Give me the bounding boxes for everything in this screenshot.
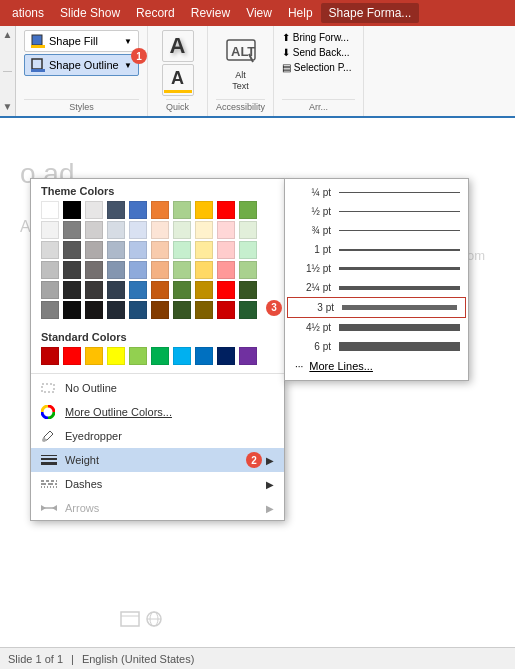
menu-item-view[interactable]: View <box>238 3 280 23</box>
dashes-item[interactable]: Dashes ▶ <box>31 472 284 496</box>
theme-color-swatch-49[interactable] <box>239 281 257 299</box>
more-lines-item[interactable]: ··· More Lines... <box>285 356 468 376</box>
theme-color-swatch-30[interactable] <box>41 261 59 279</box>
theme-color-swatch-55[interactable] <box>151 301 169 319</box>
theme-color-swatch-54[interactable] <box>129 301 147 319</box>
standard-color-swatch-0[interactable] <box>41 347 59 365</box>
theme-color-swatch-10[interactable] <box>41 221 59 239</box>
theme-color-swatch-8[interactable] <box>217 201 235 219</box>
theme-color-swatch-5[interactable] <box>151 201 169 219</box>
theme-color-swatch-15[interactable] <box>151 221 169 239</box>
theme-color-swatch-0[interactable] <box>41 201 59 219</box>
scroll-down-icon[interactable]: ▼ <box>3 100 13 114</box>
theme-color-swatch-35[interactable] <box>151 261 169 279</box>
theme-color-swatch-24[interactable] <box>129 241 147 259</box>
theme-color-swatch-3[interactable] <box>107 201 125 219</box>
theme-color-swatch-48[interactable] <box>217 281 235 299</box>
more-colors-item[interactable]: More Outline Colors... <box>31 400 284 424</box>
theme-color-swatch-11[interactable] <box>63 221 81 239</box>
standard-color-swatch-2[interactable] <box>85 347 103 365</box>
theme-color-swatch-16[interactable] <box>173 221 191 239</box>
theme-color-swatch-4[interactable] <box>129 201 147 219</box>
theme-color-swatch-43[interactable] <box>107 281 125 299</box>
eyedropper-item[interactable]: Eyedropper <box>31 424 284 448</box>
weight-option-3[interactable]: 1 pt <box>285 240 468 259</box>
theme-color-swatch-34[interactable] <box>129 261 147 279</box>
weight-option-5[interactable]: 2¼ pt <box>285 278 468 297</box>
menu-item-home[interactable]: ations <box>4 3 52 23</box>
theme-color-swatch-2[interactable] <box>85 201 103 219</box>
text-style-A2[interactable]: A <box>162 64 194 96</box>
theme-color-swatch-18[interactable] <box>217 221 235 239</box>
standard-color-swatch-9[interactable] <box>239 347 257 365</box>
theme-color-swatch-39[interactable] <box>239 261 257 279</box>
weight-option-1[interactable]: ½ pt <box>285 202 468 221</box>
theme-color-swatch-12[interactable] <box>85 221 103 239</box>
theme-color-swatch-19[interactable] <box>239 221 257 239</box>
theme-color-swatch-21[interactable] <box>63 241 81 259</box>
weight-item[interactable]: Weight 2 ▶ <box>31 448 284 472</box>
selection-pane-button[interactable]: ▤ Selection P... <box>282 60 355 75</box>
theme-color-swatch-47[interactable] <box>195 281 213 299</box>
theme-color-swatch-41[interactable] <box>63 281 81 299</box>
theme-color-swatch-9[interactable] <box>239 201 257 219</box>
theme-color-swatch-57[interactable] <box>195 301 213 319</box>
arrows-item[interactable]: Arrows ▶ <box>31 496 284 520</box>
theme-color-swatch-22[interactable] <box>85 241 103 259</box>
shape-outline-dropdown-icon[interactable]: ▼ <box>124 61 132 70</box>
theme-color-swatch-51[interactable] <box>63 301 81 319</box>
theme-color-swatch-29[interactable] <box>239 241 257 259</box>
theme-color-swatch-17[interactable] <box>195 221 213 239</box>
theme-color-swatch-50[interactable] <box>41 301 59 319</box>
send-back-button[interactable]: ⬇ Send Back... <box>282 45 355 60</box>
theme-color-swatch-26[interactable] <box>173 241 191 259</box>
weight-option-2[interactable]: ¾ pt <box>285 221 468 240</box>
menu-item-review[interactable]: Review <box>183 3 238 23</box>
weight-option-0[interactable]: ¼ pt <box>285 183 468 202</box>
theme-color-swatch-25[interactable] <box>151 241 169 259</box>
theme-color-swatch-27[interactable] <box>195 241 213 259</box>
theme-color-swatch-46[interactable] <box>173 281 191 299</box>
standard-color-swatch-5[interactable] <box>151 347 169 365</box>
theme-color-swatch-40[interactable] <box>41 281 59 299</box>
standard-color-swatch-3[interactable] <box>107 347 125 365</box>
standard-color-swatch-7[interactable] <box>195 347 213 365</box>
theme-color-swatch-32[interactable] <box>85 261 103 279</box>
standard-color-swatch-8[interactable] <box>217 347 235 365</box>
shape-outline-button[interactable]: Shape Outline ▼ <box>24 54 139 76</box>
alt-text-button[interactable]: ALT AltText <box>219 30 263 96</box>
theme-color-swatch-37[interactable] <box>195 261 213 279</box>
weight-option-4[interactable]: 1½ pt <box>285 259 468 278</box>
standard-color-swatch-6[interactable] <box>173 347 191 365</box>
menu-item-record[interactable]: Record <box>128 3 183 23</box>
theme-color-swatch-1[interactable] <box>63 201 81 219</box>
weight-option-6[interactable]: 33 pt <box>287 297 466 318</box>
theme-color-swatch-59[interactable] <box>239 301 257 319</box>
text-style-A1[interactable]: A <box>162 30 194 62</box>
theme-color-swatch-28[interactable] <box>217 241 235 259</box>
theme-color-swatch-6[interactable] <box>173 201 191 219</box>
bring-forward-button[interactable]: ⬆ Bring Forw... <box>282 30 355 45</box>
theme-color-swatch-53[interactable] <box>107 301 125 319</box>
weight-option-8[interactable]: 6 pt <box>285 337 468 356</box>
theme-color-swatch-38[interactable] <box>217 261 235 279</box>
standard-color-swatch-4[interactable] <box>129 347 147 365</box>
menu-item-help[interactable]: Help <box>280 3 321 23</box>
theme-color-swatch-31[interactable] <box>63 261 81 279</box>
shape-fill-button[interactable]: Shape Fill ▼ <box>24 30 139 52</box>
theme-color-swatch-7[interactable] <box>195 201 213 219</box>
scroll-up-icon[interactable]: ▲ <box>3 28 13 42</box>
menu-item-shapeformat[interactable]: Shape Forma... <box>321 3 420 23</box>
shape-fill-dropdown-icon[interactable]: ▼ <box>124 37 132 46</box>
no-outline-item[interactable]: No Outline <box>31 376 284 400</box>
theme-color-swatch-58[interactable] <box>217 301 235 319</box>
theme-color-swatch-36[interactable] <box>173 261 191 279</box>
menu-item-slideshow[interactable]: Slide Show <box>52 3 128 23</box>
theme-color-swatch-13[interactable] <box>107 221 125 239</box>
theme-color-swatch-14[interactable] <box>129 221 147 239</box>
standard-color-swatch-1[interactable] <box>63 347 81 365</box>
theme-color-swatch-23[interactable] <box>107 241 125 259</box>
theme-color-swatch-42[interactable] <box>85 281 103 299</box>
theme-color-swatch-52[interactable] <box>85 301 103 319</box>
theme-color-swatch-33[interactable] <box>107 261 125 279</box>
